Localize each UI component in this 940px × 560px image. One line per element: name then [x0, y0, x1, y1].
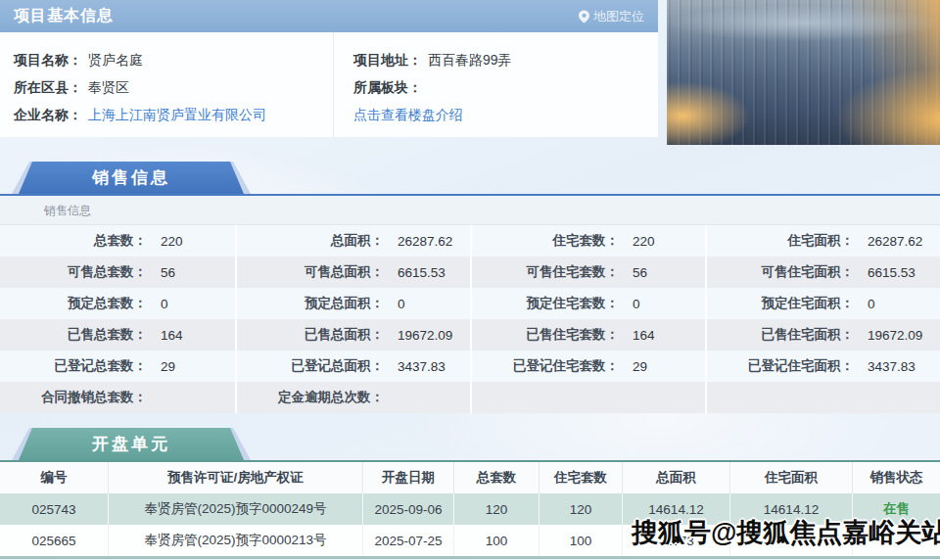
watermark: 搜狐号@搜狐焦点嘉峪关站 — [632, 515, 940, 550]
sales-cell: 已登记住宅面积：3437.83 — [705, 350, 940, 382]
sales-cell: 预定总套数：0 — [0, 288, 235, 319]
building-intro-link[interactable]: 点击查看楼盘介绍 — [353, 107, 463, 124]
sales-label: 合同撤销总套数： — [0, 389, 147, 406]
field-district: 所在区县： 奉贤区 — [14, 74, 333, 102]
sales-label: 可售住宅套数： — [472, 263, 619, 281]
sales-row: 总套数：220 总面积：26287.62 住宅套数：220 住宅面积：26287… — [0, 225, 940, 257]
sales-label: 已登记住宅面积： — [707, 357, 854, 375]
tab-opening-units[interactable]: 开盘单元 — [12, 428, 251, 460]
sales-table: 销售信息 总套数：220 总面积：26287.62 住宅套数：220 住宅面积：… — [0, 194, 940, 413]
column-header: 开盘日期 — [362, 462, 453, 493]
sales-cell: 住宅套数：220 — [470, 225, 705, 257]
sales-cell: 预定总面积：0 — [235, 288, 470, 319]
field-project-name: 项目名称： 贤庐名庭 — [14, 47, 333, 74]
sales-value: 0 — [633, 297, 640, 311]
sales-value: 164 — [633, 328, 655, 343]
sales-cell: 可售住宅套数：56 — [470, 257, 705, 288]
sales-row: 预定总套数：0 预定总面积：0 预定住宅套数：0 预定住宅面积：0 — [0, 288, 940, 319]
table-cell: 100 — [539, 525, 622, 556]
sales-cell: 已登记总面积：3437.83 — [235, 350, 470, 382]
table-cell: 025743 — [0, 493, 108, 525]
column-header: 总套数 — [453, 462, 539, 493]
district-value: 奉贤区 — [88, 79, 129, 97]
sales-row: 已登记总套数：29 已登记总面积：3437.83 已登记住宅套数：29 已登记住… — [0, 350, 940, 382]
column-header: 住宅面积 — [729, 462, 852, 493]
sales-value: 0 — [161, 297, 168, 311]
sales-cell — [705, 382, 940, 413]
sales-cell: 已售总套数：164 — [0, 319, 235, 350]
sales-label: 已售住宅面积： — [707, 326, 854, 344]
openings-header-row: 编号 预售许可证/房地产权证 开盘日期 总套数 住宅套数 总面积 住宅面积 销售… — [0, 462, 940, 493]
sales-value: 29 — [633, 359, 647, 374]
sales-label: 总面积： — [237, 232, 384, 250]
sales-cell: 定金逾期总次数： — [235, 382, 470, 413]
company-link[interactable]: 上海上江南贤庐置业有限公司 — [88, 107, 266, 124]
project-name-value: 贤庐名庭 — [88, 52, 143, 70]
sales-label: 预定总套数： — [0, 295, 147, 312]
sales-cell: 可售总套数：56 — [0, 257, 235, 288]
basic-info-card: 项目名称： 贤庐名庭 所在区县： 奉贤区 企业名称： 上海上江南贤庐置业有限公司… — [0, 32, 658, 137]
sales-label: 预定总面积： — [237, 295, 384, 312]
basic-info-header: 项目基本信息 地图定位 — [0, 0, 658, 32]
plate-label: 所属板块： — [353, 79, 422, 97]
sales-cell: 已售总面积：19672.09 — [235, 319, 470, 350]
sales-value: 19672.09 — [398, 328, 452, 343]
sales-cell: 已售住宅面积：19672.09 — [705, 319, 940, 350]
sales-label: 已登记住宅套数： — [472, 357, 619, 375]
sales-cell — [470, 382, 705, 413]
sales-value: 3437.83 — [398, 359, 446, 374]
basic-info-right-column: 项目地址： 西百春路99弄 所属板块： 点击查看楼盘介绍 — [333, 32, 658, 137]
sales-value: 29 — [161, 359, 175, 374]
sales-label: 已登记总面积： — [237, 357, 384, 375]
sales-cell: 合同撤销总套数： — [0, 382, 235, 413]
sales-label: 可售住宅面积： — [707, 263, 854, 281]
sales-cell: 已登记总套数：29 — [0, 350, 235, 382]
sales-value: 6615.53 — [868, 265, 916, 280]
sales-value: 6615.53 — [398, 265, 446, 280]
field-intro: 点击查看楼盘介绍 — [353, 102, 658, 129]
sales-label: 定金逾期总次数： — [237, 389, 384, 406]
column-header: 总面积 — [622, 462, 729, 493]
project-photo — [667, 0, 940, 145]
sales-row: 已售总套数：164 已售总面积：19672.09 已售住宅套数：164 已售住宅… — [0, 319, 940, 350]
field-address: 项目地址： 西百春路99弄 — [353, 47, 658, 74]
sales-value: 0 — [868, 297, 875, 311]
sales-label: 可售总套数： — [0, 263, 147, 281]
sales-label: 住宅套数： — [472, 232, 619, 250]
tab-sales-info[interactable]: 销售信息 — [12, 162, 251, 194]
sales-value: 56 — [161, 265, 175, 280]
map-locate-label: 地图定位 — [593, 8, 644, 25]
sales-value: 3437.83 — [868, 359, 916, 374]
sales-label: 已售总套数： — [0, 326, 147, 344]
sales-cell: 已登记住宅套数：29 — [470, 350, 705, 382]
sales-subheader: 销售信息 — [0, 196, 940, 225]
sales-cell: 住宅面积：26287.62 — [705, 225, 940, 257]
sales-label: 可售总面积： — [237, 263, 384, 281]
sales-label: 预定住宅面积： — [707, 295, 854, 312]
openings-tab-label: 开盘单元 — [19, 428, 244, 460]
page-title: 项目基本信息 — [0, 6, 114, 26]
sales-cell: 可售住宅面积：6615.53 — [705, 257, 940, 288]
column-header: 编号 — [0, 462, 108, 493]
table-cell: 2025-07-25 — [362, 525, 453, 556]
table-cell: 025665 — [0, 525, 108, 556]
map-pin-icon — [579, 10, 589, 23]
table-cell: 奉贤房管(2025)预字0000249号 — [108, 493, 362, 525]
address-value: 西百春路99弄 — [428, 52, 512, 70]
sales-row: 合同撤销总套数： 定金逾期总次数： — [0, 382, 940, 413]
table-cell: 120 — [453, 493, 539, 525]
sales-value: 19672.09 — [868, 328, 922, 343]
sales-cell: 预定住宅套数：0 — [470, 288, 705, 319]
sales-label: 预定住宅套数： — [472, 295, 619, 312]
table-cell: 100 — [453, 525, 539, 556]
page: 项目基本信息 地图定位 项目名称： 贤庐名庭 所在区县： 奉贤区 企业名称： 上… — [0, 0, 940, 560]
map-locate-button[interactable]: 地图定位 — [579, 8, 658, 25]
district-label: 所在区县： — [14, 79, 82, 97]
sales-cell: 预定住宅面积：0 — [705, 288, 940, 319]
table-cell: 2025-09-06 — [362, 493, 453, 525]
sales-value: 26287.62 — [398, 234, 452, 249]
sales-value: 0 — [398, 297, 405, 311]
address-label: 项目地址： — [353, 52, 422, 70]
sales-label: 已售住宅套数： — [472, 326, 619, 344]
basic-info-left-column: 项目名称： 贤庐名庭 所在区县： 奉贤区 企业名称： 上海上江南贤庐置业有限公司 — [0, 32, 333, 137]
